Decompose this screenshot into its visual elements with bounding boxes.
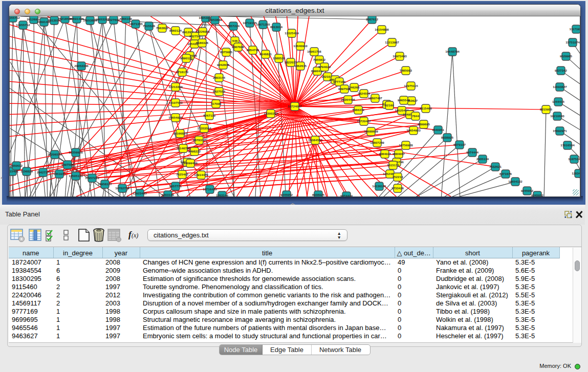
svg-text:(x): (x) — [132, 232, 138, 239]
svg-text:14055712: 14055712 — [16, 23, 30, 27]
svg-text:16154808: 16154808 — [375, 28, 389, 31]
svg-text:10688609: 10688609 — [364, 129, 378, 133]
svg-text:7663822: 7663822 — [156, 26, 169, 30]
svg-text:12975115: 12975115 — [404, 84, 418, 87]
svg-text:1588520: 1588520 — [273, 56, 286, 60]
svg-text:7386372: 7386372 — [352, 108, 365, 112]
svg-text:15720407: 15720407 — [357, 119, 371, 123]
svg-text:17957223: 17957223 — [85, 176, 99, 180]
svg-text:29053346: 29053346 — [74, 64, 89, 68]
svg-text:8454749: 8454749 — [247, 48, 259, 52]
svg-text:10671355: 10671355 — [128, 22, 143, 26]
svg-text:9684067: 9684067 — [393, 152, 405, 156]
svg-text:1362615: 1362615 — [294, 64, 307, 68]
svg-text:20691406: 20691406 — [70, 17, 84, 20]
svg-text:9529965: 9529965 — [560, 54, 573, 58]
svg-text:6897508: 6897508 — [338, 87, 351, 91]
svg-text:252214: 252214 — [393, 175, 403, 179]
svg-text:2942737: 2942737 — [37, 170, 50, 174]
svg-text:9890123: 9890123 — [180, 56, 193, 60]
svg-text:9115460: 9115460 — [420, 106, 432, 110]
svg-text:9242848: 9242848 — [217, 63, 230, 67]
svg-text:2803144: 2803144 — [213, 76, 226, 79]
svg-text:16782759: 16782759 — [115, 186, 129, 190]
svg-text:2718170: 2718170 — [176, 70, 189, 74]
svg-text:16648784: 16648784 — [445, 50, 460, 53]
svg-text:2650612: 2650612 — [10, 164, 23, 167]
svg-text:3624554: 3624554 — [358, 92, 371, 95]
svg-text:8813014: 8813014 — [270, 25, 283, 29]
svg-text:8660124: 8660124 — [169, 29, 182, 32]
svg-text:8375685: 8375685 — [220, 50, 233, 54]
svg-text:6466160: 6466160 — [120, 17, 133, 20]
svg-text:11353594: 11353594 — [197, 126, 211, 130]
svg-text:546: 546 — [232, 39, 238, 42]
svg-text:12505135: 12505135 — [69, 174, 83, 178]
svg-text:9474444: 9474444 — [466, 150, 479, 154]
svg-text:9245052: 9245052 — [531, 193, 544, 196]
svg-text:8215955: 8215955 — [540, 107, 553, 111]
svg-text:16958127: 16958127 — [98, 182, 112, 186]
svg-text:18724007: 18724007 — [288, 104, 302, 108]
svg-text:12213967: 12213967 — [385, 40, 399, 44]
svg-text:6899695: 6899695 — [418, 122, 430, 126]
svg-text:8471676: 8471676 — [499, 172, 512, 176]
svg-text:1640951: 1640951 — [432, 128, 445, 132]
svg-text:8878334: 8878334 — [193, 138, 206, 142]
svg-text:2087612: 2087612 — [366, 17, 379, 21]
svg-text:13325419: 13325419 — [285, 31, 299, 35]
svg-text:12093827: 12093827 — [553, 85, 567, 89]
svg-text:8938925: 8938925 — [312, 193, 325, 196]
svg-text:9777169: 9777169 — [333, 80, 346, 83]
svg-text:10973493: 10973493 — [393, 54, 407, 58]
svg-text:9474444: 9474444 — [340, 194, 353, 196]
svg-text:8267110: 8267110 — [203, 114, 215, 117]
svg-text:1156829: 1156829 — [20, 169, 33, 173]
svg-text:11171954: 11171954 — [570, 27, 580, 31]
svg-text:7515526: 7515526 — [143, 24, 156, 28]
svg-text:12213369: 12213369 — [168, 85, 183, 89]
svg-text:2367608: 2367608 — [232, 45, 245, 49]
svg-text:1203146: 1203146 — [162, 193, 175, 196]
svg-text:16053809: 16053809 — [208, 18, 222, 21]
svg-text:10671355: 10671355 — [256, 23, 270, 26]
svg-text:8186328: 8186328 — [196, 41, 209, 45]
svg-text:7844: 7844 — [412, 114, 419, 118]
svg-text:8938925: 8938925 — [441, 136, 454, 139]
svg-text:15692971: 15692971 — [553, 129, 567, 133]
svg-text:20364456: 20364456 — [341, 98, 355, 101]
svg-text:1203146: 1203146 — [216, 193, 229, 196]
svg-text:9146821: 9146821 — [259, 52, 272, 56]
svg-text:9465546: 9465546 — [398, 98, 410, 102]
svg-text:13640910: 13640910 — [293, 44, 308, 48]
svg-text:1615172: 1615172 — [387, 163, 400, 167]
svg-text:10807487: 10807487 — [368, 96, 382, 100]
svg-text:10107553: 10107553 — [168, 101, 183, 104]
svg-text:9245052: 9245052 — [280, 193, 293, 196]
svg-text:15751074: 15751074 — [565, 40, 580, 44]
svg-text:7632621: 7632621 — [489, 165, 502, 168]
svg-text:9245052: 9245052 — [521, 189, 534, 192]
svg-text:8427552: 8427552 — [213, 90, 226, 93]
svg-text:2935134: 2935134 — [476, 157, 489, 161]
svg-text:16654925: 16654925 — [168, 116, 183, 119]
svg-text:20206576: 20206576 — [48, 152, 62, 156]
svg-text:19384554: 19384554 — [308, 138, 322, 142]
svg-text:14055712: 14055712 — [10, 16, 20, 19]
svg-text:19166827: 19166827 — [173, 132, 187, 135]
svg-text:1733426: 1733426 — [391, 186, 404, 190]
svg-text:18807249: 18807249 — [370, 141, 384, 144]
svg-text:7955812: 7955812 — [313, 58, 326, 61]
svg-text:7857224: 7857224 — [227, 24, 240, 28]
svg-text:5822037: 5822037 — [285, 60, 297, 64]
svg-text:9498222: 9498222 — [188, 149, 201, 153]
svg-text:16961758: 16961758 — [307, 50, 321, 53]
svg-text:13716485: 13716485 — [203, 187, 217, 191]
svg-text:7485003: 7485003 — [400, 69, 412, 72]
svg-text:1244415: 1244415 — [552, 100, 565, 103]
svg-text:14099489: 14099489 — [183, 161, 198, 165]
svg-text:6794024: 6794024 — [318, 65, 331, 69]
svg-text:12034554: 12034554 — [572, 171, 580, 175]
svg-text:12359928: 12359928 — [69, 150, 83, 154]
svg-text:10756928: 10756928 — [399, 143, 413, 147]
